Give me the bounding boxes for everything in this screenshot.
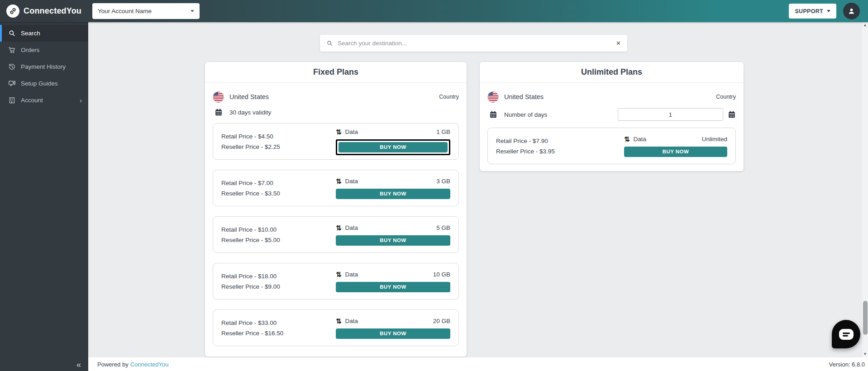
- user-avatar[interactable]: [843, 3, 860, 19]
- fixed-plans-title: Fixed Plans: [205, 62, 467, 83]
- unlimited-plans-title: Unlimited Plans: [480, 62, 744, 83]
- search-icon: [8, 29, 16, 37]
- data-value: 20 GB: [433, 318, 450, 324]
- calendar-button[interactable]: [728, 110, 736, 119]
- search-icon: [326, 40, 333, 47]
- buy-now-button[interactable]: BUY NOW: [624, 147, 727, 157]
- sidebar-item-search[interactable]: Search: [0, 25, 88, 42]
- buy-now-button[interactable]: BUY NOW: [339, 142, 448, 152]
- selection-highlight: BUY NOW: [336, 139, 450, 155]
- reseller-price-text: Reseller Price - $2.25: [221, 143, 280, 150]
- sort-icon[interactable]: ⇅: [336, 271, 342, 279]
- validity-text: 30 days validity: [229, 109, 271, 116]
- topbar: ConnectedYou Your Account Name SUPPORT: [0, 0, 868, 22]
- buy-now-button[interactable]: BUY NOW: [336, 282, 450, 292]
- data-label: Data: [345, 271, 358, 278]
- plan-row: Retail Price - $4.50 Reseller Price - $2…: [213, 123, 459, 160]
- chat-launcher[interactable]: [832, 320, 860, 348]
- days-input[interactable]: [618, 108, 723, 121]
- data-value: 1 GB: [436, 128, 450, 135]
- data-label: Data: [345, 224, 358, 231]
- destination-search-box: ✕: [320, 35, 627, 52]
- account-name-select[interactable]: Your Account Name: [92, 3, 200, 19]
- sidebar-item-setup-guides[interactable]: Setup Guides: [0, 75, 88, 92]
- powered-by-link[interactable]: ConnectedYou: [130, 361, 169, 368]
- retail-price-text: Retail Price - $18.00: [221, 273, 280, 280]
- chat-icon: [839, 328, 854, 340]
- account-select-value: Your Account Name: [98, 8, 152, 14]
- link-icon: [6, 5, 19, 18]
- data-label: Data: [634, 136, 647, 143]
- country-label: Country: [439, 94, 459, 100]
- reseller-price-text: Reseller Price - $3.50: [221, 190, 280, 197]
- sort-icon[interactable]: ⇅: [336, 177, 342, 186]
- support-button[interactable]: SUPPORT: [789, 4, 836, 19]
- sidebar-collapse-button[interactable]: «: [76, 360, 81, 370]
- retail-price-text: Retail Price - $4.50: [221, 133, 280, 140]
- us-flag-icon: [487, 91, 499, 103]
- scroll-up-icon[interactable]: ▲: [862, 22, 868, 29]
- plan-row: Retail Price - $7.90 Reseller Price - $3…: [487, 128, 736, 164]
- data-value: 5 GB: [436, 224, 450, 231]
- sidebar-item-label: Setup Guides: [21, 80, 58, 87]
- data-label: Data: [345, 128, 358, 135]
- data-value: Unlimited: [702, 136, 727, 143]
- sidebar-item-label: Search: [21, 30, 40, 37]
- sidebar-item-account[interactable]: Account ›: [0, 92, 88, 109]
- cart-icon: [8, 46, 16, 54]
- scroll-thumb[interactable]: [863, 301, 868, 335]
- sidebar-item-label: Payment History: [21, 63, 66, 70]
- data-value: 3 GB: [436, 178, 450, 185]
- fixed-plans-card: Fixed Plans: [205, 62, 467, 357]
- brand: ConnectedYou: [6, 5, 81, 18]
- plan-row: Retail Price - $18.00 Reseller Price - $…: [213, 263, 459, 300]
- buy-now-button[interactable]: BUY NOW: [336, 328, 450, 339]
- powered-by-text: Powered by: [97, 361, 129, 368]
- us-flag-icon: [213, 91, 224, 103]
- retail-price-text: Retail Price - $7.90: [496, 138, 555, 144]
- retail-price-text: Retail Price - $7.00: [221, 180, 280, 186]
- chevron-down-icon: [827, 10, 830, 12]
- chevron-right-icon: ›: [80, 97, 82, 104]
- reseller-price-text: Reseller Price - $9.00: [221, 283, 280, 290]
- brand-name: ConnectedYou: [24, 6, 81, 16]
- calendar-icon: [487, 110, 499, 119]
- data-label: Data: [345, 178, 358, 185]
- reseller-price-text: Reseller Price - $5.00: [221, 237, 280, 243]
- reseller-price-text: Reseller Price - $16.50: [221, 330, 283, 337]
- sort-icon[interactable]: ⇅: [336, 128, 342, 136]
- search-input[interactable]: [338, 40, 611, 47]
- footer: Powered by ConnectedYou Version: 6.8.0: [88, 357, 868, 371]
- days-label: Number of days: [504, 111, 547, 118]
- reseller-price-text: Reseller Price - $3.95: [496, 148, 555, 155]
- support-label: SUPPORT: [795, 8, 823, 14]
- sort-icon[interactable]: ⇅: [336, 317, 342, 325]
- guides-icon: [8, 80, 16, 87]
- data-label: Data: [345, 318, 358, 324]
- close-icon[interactable]: ✕: [616, 40, 621, 47]
- scrollbar: ▲ ▼: [862, 22, 868, 357]
- days-row: Number of days: [487, 108, 736, 121]
- sidebar-item-label: Orders: [21, 47, 39, 53]
- sort-icon[interactable]: ⇅: [624, 135, 630, 143]
- country-row: United States Country: [487, 90, 736, 104]
- buy-now-button[interactable]: BUY NOW: [336, 235, 450, 246]
- plan-row: Retail Price - $33.00 Reseller Price - $…: [213, 309, 459, 346]
- sidebar-item-orders[interactable]: Orders: [0, 42, 88, 58]
- buy-now-button[interactable]: BUY NOW: [336, 189, 450, 199]
- sidebar-item-payment-history[interactable]: Payment History: [0, 58, 88, 75]
- main-content: ✕ Fixed Plans: [88, 22, 862, 371]
- fixed-plans-list: Retail Price - $4.50 Reseller Price - $2…: [205, 123, 467, 346]
- scroll-down-icon[interactable]: ▼: [862, 351, 868, 357]
- country-name: United States: [229, 93, 269, 100]
- validity-row: 30 days validity: [213, 108, 459, 116]
- retail-price-text: Retail Price - $10.00: [221, 226, 280, 233]
- sidebar: Search Orders Payment History: [0, 22, 88, 371]
- retail-price-text: Retail Price - $33.00: [221, 319, 283, 326]
- country-name: United States: [504, 93, 544, 100]
- calendar-icon: [213, 108, 224, 116]
- chevron-down-icon: [191, 10, 194, 12]
- sort-icon[interactable]: ⇅: [336, 224, 342, 232]
- version-text: Version: 6.8.0: [829, 361, 865, 368]
- country-label: Country: [716, 94, 736, 100]
